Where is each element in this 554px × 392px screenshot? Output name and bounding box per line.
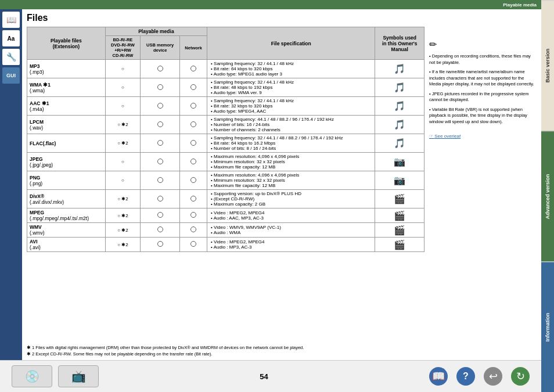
th-file-spec: File specification bbox=[207, 27, 375, 60]
col-network bbox=[180, 134, 207, 153]
col-bd: ○ bbox=[105, 153, 140, 171]
col-spec: • Sampling frequency: 32 / 44.1 / 48 kHz… bbox=[207, 60, 375, 78]
col-bd: ○ bbox=[105, 78, 140, 97]
col-symbol: 🎵 bbox=[375, 116, 425, 134]
col-symbol: 🎵 bbox=[375, 78, 425, 97]
pencil-icon: ✏ bbox=[429, 38, 537, 51]
col-network bbox=[180, 78, 207, 97]
col-network bbox=[180, 171, 207, 190]
col-network bbox=[180, 238, 207, 252]
tab-info[interactable]: Information bbox=[541, 262, 554, 392]
col-symbol: 🎵 bbox=[375, 134, 425, 153]
table-row: PNG(.png) bbox=[27, 171, 106, 190]
col-usb bbox=[141, 153, 180, 171]
device-player: 📺 bbox=[58, 365, 99, 387]
bottom-icon-back[interactable]: ↩ bbox=[484, 367, 502, 386]
col-spec: • Sampling frequency: 32 / 44.1 / 48 kHz… bbox=[207, 78, 375, 97]
table-row: AVI(.avi) bbox=[27, 238, 106, 252]
col-symbol: 🎬 bbox=[375, 238, 425, 252]
col-usb bbox=[141, 97, 180, 116]
tab-advanced[interactable]: Advanced version bbox=[541, 131, 554, 261]
col-symbol: 🎵 bbox=[375, 97, 425, 116]
main-content: Files Playable files(Extension) Playable… bbox=[22, 9, 541, 360]
col-bd: ○ bbox=[105, 60, 140, 78]
notes-section: ✏ • Depending on recording conditions, t… bbox=[429, 27, 537, 252]
col-bd: ○ ✱2 bbox=[105, 208, 140, 223]
col-bd: ○ bbox=[105, 171, 140, 190]
col-usb bbox=[141, 208, 180, 223]
col-symbol: 📷 bbox=[375, 153, 425, 171]
col-bd: ○ ✱2 bbox=[105, 116, 140, 134]
col-spec: • Video : MPEG2, MPEG4• Audio : AAC, MP3… bbox=[207, 208, 375, 223]
col-usb bbox=[141, 223, 180, 238]
table-row: MP3(.mp3) bbox=[27, 60, 106, 78]
col-symbol: 🎬 bbox=[375, 190, 425, 208]
footnotes: ✱ 1 Files with digital rights management… bbox=[22, 344, 541, 358]
col-network bbox=[180, 97, 207, 116]
device-bluray: 💿 bbox=[12, 365, 52, 387]
col-symbol: 📷 bbox=[375, 171, 425, 190]
table-row: AAC ✱1(.m4a) bbox=[27, 97, 106, 116]
sidebar-icon-gear[interactable]: 🔧 bbox=[2, 49, 20, 65]
left-sidebar: 📖 Aa 🔧 GUI bbox=[0, 9, 22, 360]
sidebar-icon-text[interactable]: Aa bbox=[2, 30, 20, 46]
col-symbol: 🎬 bbox=[375, 208, 425, 223]
top-bar-label: Playable media bbox=[503, 2, 537, 8]
col-bd: ○ bbox=[105, 97, 140, 116]
col-usb bbox=[141, 171, 180, 190]
table-row: FLAC(.flac) bbox=[27, 134, 106, 153]
col-spec: • Maximum resolution: 4,096 x 4,096 pixe… bbox=[207, 153, 375, 171]
col-spec: • Sampling frequency: 44.1 / 48 / 88.2 /… bbox=[207, 116, 375, 134]
table-row: DivX®(.avi/.divx/.mkv) bbox=[27, 190, 106, 208]
col-usb bbox=[141, 190, 180, 208]
col-symbol: 🎬 bbox=[375, 223, 425, 238]
col-usb bbox=[141, 238, 180, 252]
note-item: • Depending on recording conditions, the… bbox=[429, 53, 537, 66]
bottom-icons: 📖 ? ↩ ↻ bbox=[429, 367, 530, 386]
sidebar-icon-book[interactable]: 📖 bbox=[2, 12, 20, 28]
right-tabs: Basic version Advanced version Informati… bbox=[541, 0, 554, 392]
bottom-devices: 💿 📺 bbox=[12, 365, 99, 387]
footnote-2: ✱ 2 Except CD-R/-RW. Some files may not … bbox=[27, 351, 537, 358]
bottom-icon-forward[interactable]: ↻ bbox=[511, 367, 530, 386]
col-spec: • Maximum resolution: 4,096 x 4,096 pixe… bbox=[207, 171, 375, 190]
th-network: Network bbox=[180, 36, 207, 60]
col-symbol: 🎵 bbox=[375, 60, 425, 78]
bottom-icon-book[interactable]: 📖 bbox=[429, 367, 448, 386]
col-bd: ○ ✱2 bbox=[105, 134, 140, 153]
col-spec: • Video : WMV9, WMV9AP (VC-1)• Audio : W… bbox=[207, 223, 375, 238]
col-network bbox=[180, 116, 207, 134]
note-item: • Variable Bit Rate (VBR) is not support… bbox=[429, 107, 537, 125]
page-number: 54 bbox=[260, 372, 268, 381]
th-playable-media: Playable media bbox=[105, 27, 207, 36]
col-bd: ○ ✱2 bbox=[105, 238, 140, 252]
col-spec: • Sampling frequency: 32 / 44.1 / 48 / 8… bbox=[207, 134, 375, 153]
see-overleaf-link[interactable]: See overleaf bbox=[429, 133, 461, 139]
top-bar: Playable media bbox=[0, 0, 541, 9]
table-row: LPCM(.wav) bbox=[27, 116, 106, 134]
col-network bbox=[180, 208, 207, 223]
note-item: • JPEG pictures recorded in the progress… bbox=[429, 91, 537, 103]
table-row: JPEG(.jpg/.jpeg) bbox=[27, 153, 106, 171]
col-network bbox=[180, 153, 207, 171]
bottom-icon-question[interactable]: ? bbox=[456, 367, 475, 386]
files-table: Playable files(Extension) Playable media… bbox=[27, 27, 425, 252]
col-usb bbox=[141, 116, 180, 134]
table-row: MPEG(.mpg/.mpeg/.mp4/.ts/.m2t) bbox=[27, 208, 106, 223]
sidebar-icon-gui[interactable]: GUI bbox=[2, 67, 20, 84]
col-bd: ○ ✱2 bbox=[105, 190, 140, 208]
col-spec: • Video : MPEG2, MPEG4• Audio : MP3, AC-… bbox=[207, 238, 375, 252]
th-symbols: Symbols usedin this Owner'sManual bbox=[375, 27, 425, 60]
col-spec: • Supporting version: up to DivX® PLUS H… bbox=[207, 190, 375, 208]
table-row: WMA ✱1(.wma) bbox=[27, 78, 106, 97]
files-table-section: Playable files(Extension) Playable media… bbox=[27, 27, 425, 252]
col-network bbox=[180, 60, 207, 78]
col-bd: ○ ✱2 bbox=[105, 223, 140, 238]
tab-basic[interactable]: Basic version bbox=[541, 0, 554, 131]
col-usb bbox=[141, 60, 180, 78]
footnote-1: ✱ 1 Files with digital rights management… bbox=[27, 345, 537, 351]
col-network bbox=[180, 190, 207, 208]
col-network bbox=[180, 223, 207, 238]
table-row: WMV(.wmv) bbox=[27, 223, 106, 238]
col-usb bbox=[141, 134, 180, 153]
